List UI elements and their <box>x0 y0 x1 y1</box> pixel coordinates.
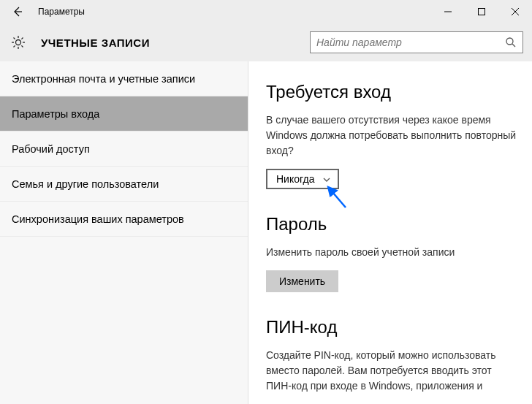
pin-heading: ПИН-код <box>266 317 517 338</box>
gear-icon <box>10 34 26 50</box>
sidebar: Электронная почта и учетные записи Парам… <box>0 61 248 404</box>
section-pin: ПИН-код Создайте PIN-код, который можно … <box>266 317 517 394</box>
window-title: Параметры <box>38 7 85 17</box>
pin-text: Создайте PIN-код, который можно использо… <box>266 348 517 394</box>
section-signin-required: Требуется вход В случае вашего отсутстви… <box>266 82 517 189</box>
sidebar-item-email-accounts[interactable]: Электронная почта и учетные записи <box>0 61 248 96</box>
sidebar-item-signin-options[interactable]: Параметры входа <box>0 96 248 132</box>
minimize-button[interactable] <box>431 0 465 23</box>
search-box[interactable] <box>310 31 523 53</box>
window-controls <box>431 0 532 23</box>
search-icon <box>505 37 517 48</box>
password-heading: Пароль <box>266 214 517 235</box>
dropdown-value: Никогда <box>276 173 314 185</box>
signin-required-text: В случае вашего отсутствия через какое в… <box>266 113 517 159</box>
header: УЧЕТНЫЕ ЗАПИСИ <box>0 23 532 61</box>
sidebar-item-family-users[interactable]: Семья и другие пользователи <box>0 167 248 202</box>
password-text: Изменить пароль своей учетной записи <box>266 245 517 260</box>
content: Электронная почта и учетные записи Парам… <box>0 61 532 404</box>
maximize-button[interactable] <box>465 0 498 23</box>
section-password: Пароль Изменить пароль своей учетной зап… <box>266 214 517 292</box>
back-button[interactable] <box>6 0 29 23</box>
minimize-icon <box>444 8 452 15</box>
sidebar-item-sync-settings[interactable]: Синхронизация ваших параметров <box>0 202 248 237</box>
titlebar: Параметры <box>0 0 532 23</box>
svg-rect-0 <box>479 9 485 15</box>
maximize-icon <box>478 8 485 15</box>
svg-point-1 <box>16 40 21 45</box>
signin-required-heading: Требуется вход <box>266 82 517 102</box>
close-icon <box>512 8 519 15</box>
main-panel: Требуется вход В случае вашего отсутстви… <box>248 61 532 404</box>
svg-point-2 <box>506 38 513 45</box>
page-title: УЧЕТНЫЕ ЗАПИСИ <box>41 37 150 49</box>
search-input[interactable] <box>316 37 505 48</box>
change-password-button[interactable]: Изменить <box>266 270 338 292</box>
chevron-down-icon <box>323 175 330 183</box>
close-button[interactable] <box>498 0 532 23</box>
sidebar-item-work-access[interactable]: Рабочий доступ <box>0 132 248 167</box>
signin-required-dropdown[interactable]: Никогда <box>266 169 339 189</box>
arrow-left-icon <box>12 6 23 18</box>
